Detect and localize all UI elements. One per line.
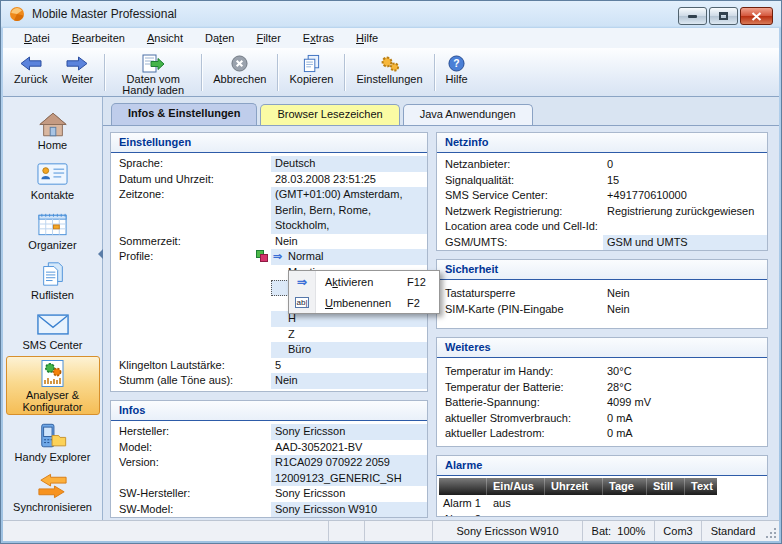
sidebar-item-analyser-konfigurator[interactable]: Analyser & Konfigurator bbox=[6, 356, 100, 415]
home-icon bbox=[38, 109, 68, 139]
toolbar-separator bbox=[104, 54, 105, 91]
weiteres-row: aktueller Ladestrom: 0 mA bbox=[437, 426, 767, 442]
netzinfo-row: SMS Service Center: +491770610000 bbox=[437, 188, 767, 204]
app-logo-icon bbox=[9, 6, 25, 22]
cancel-icon bbox=[231, 54, 248, 73]
context-menu-item-umbenennen[interactable]: Umbenennen F2 bbox=[289, 292, 439, 313]
sicherheit-panel-title: Sicherheit bbox=[437, 260, 767, 280]
resize-grip[interactable] bbox=[764, 521, 779, 541]
tab-infos-einstellungen[interactable]: Infos & Einstellungen bbox=[111, 103, 257, 125]
netzinfo-panel-title: Netzinfo bbox=[437, 133, 767, 153]
alarm-table-header: Ein/AusUhrzeitTageStillText bbox=[439, 478, 717, 495]
copy-button[interactable]: Kopieren bbox=[282, 50, 340, 95]
weiteres-panel-title: Weiteres bbox=[437, 338, 767, 358]
sidebar-item-kontakte[interactable]: Kontakte bbox=[6, 156, 100, 203]
alarm-column-header: Text bbox=[685, 478, 717, 495]
tab-browser-lesezeichen[interactable]: Browser Lesezeichen bbox=[260, 104, 399, 125]
phone-explorer-icon bbox=[38, 421, 68, 451]
einstellungen-panel-title: Einstellungen bbox=[111, 133, 427, 153]
menu-item[interactable]: Filter bbox=[245, 29, 291, 47]
menu-item[interactable]: Bearbeiten bbox=[61, 29, 136, 47]
menu-item[interactable]: Extras bbox=[292, 29, 345, 47]
settings-button[interactable]: Einstellungen bbox=[349, 50, 429, 95]
minimize-button[interactable] bbox=[678, 7, 707, 25]
cancel-button[interactable]: Abbrechen bbox=[206, 50, 273, 95]
tab-strip: Infos & Einstellungen Browser Lesezeiche… bbox=[103, 97, 779, 125]
menu-item[interactable]: Daten bbox=[194, 29, 245, 47]
active-profile-arrow-icon: ⇒ bbox=[273, 249, 282, 265]
settings-row: Tastaturton: aus bbox=[111, 389, 427, 393]
title-bar: Mobile Master Professional bbox=[3, 0, 779, 28]
netzinfo-row: GSM/UMTS: GSM und UMTS bbox=[437, 235, 767, 251]
status-profile: Standard bbox=[702, 521, 764, 541]
weiteres-row: Batterie-Spannung: 4099 mV bbox=[437, 395, 767, 411]
envelope-icon bbox=[37, 309, 69, 339]
info-row: Model: AAD-3052021-BV bbox=[111, 440, 427, 456]
weiteres-row: Temperatur der Batterie: 28°C bbox=[437, 380, 767, 396]
profile-context-menu: ⇒ Aktivieren F12 Umbenennen F2 bbox=[288, 270, 440, 314]
einstellungen-panel: Einstellungen Sprache: Deutsch Datum und… bbox=[110, 132, 428, 392]
alarm-column-header bbox=[439, 478, 487, 495]
netzinfo-panel: Netzinfo Netzanbieter: 0 Signalqualität:… bbox=[436, 132, 768, 251]
load-from-phone-button[interactable]: Daten vom Handy laden bbox=[109, 50, 197, 95]
gears-icon bbox=[379, 54, 401, 73]
sidebar-item-synchronisieren[interactable]: Synchronisieren bbox=[6, 468, 100, 515]
sidebar-item-ruflisten[interactable]: Ruflisten bbox=[6, 256, 100, 303]
load-data-icon bbox=[141, 54, 165, 73]
profile-row[interactable]: ⇒ Z ⇒ bbox=[271, 327, 427, 343]
info-row: Hersteller: Sony Ericsson bbox=[111, 424, 427, 440]
help-button[interactable]: ? Hilfe bbox=[439, 50, 475, 95]
forward-arrow-icon bbox=[66, 54, 88, 73]
settings-row: Klingelton Lautstärke: 5 bbox=[111, 358, 427, 374]
settings-row: Sommerzeit: Nein bbox=[111, 234, 427, 250]
analyser-icon bbox=[39, 359, 67, 389]
menu-item[interactable]: Datei bbox=[13, 29, 61, 47]
back-button[interactable]: Zurück bbox=[7, 50, 55, 95]
menu-item[interactable]: Hilfe bbox=[345, 29, 389, 47]
alarme-panel-title: Alarme bbox=[437, 456, 767, 476]
status-bar: Sony Ericsson W910 Bat: 100% Com3 Standa… bbox=[3, 520, 779, 541]
alarm-column-header: Ein/Aus bbox=[487, 478, 545, 495]
toolbar-separator bbox=[344, 54, 345, 91]
menu-item[interactable]: Ansicht bbox=[136, 29, 194, 47]
status-device: Sony Ericsson W910 bbox=[433, 521, 583, 541]
profile-row[interactable]: ⇒ Normal ⇒ bbox=[271, 249, 427, 265]
sicherheit-row: Tastatursperre Nein bbox=[437, 286, 767, 302]
info-row: SW-Model: Sony Ericsson W910 bbox=[111, 502, 427, 518]
netzinfo-row: Signalqualität: 15 bbox=[437, 173, 767, 189]
svg-text:?: ? bbox=[453, 58, 459, 69]
activate-icon: ⇒ bbox=[297, 275, 307, 289]
tab-page-infos-einstellungen: Einstellungen Sprache: Deutsch Datum und… bbox=[103, 125, 779, 520]
sidebar-item-handy-explorer[interactable]: Handy Explorer bbox=[6, 418, 100, 465]
netzinfo-row: Location area code und Cell-Id: bbox=[437, 219, 767, 235]
status-cell-empty bbox=[365, 521, 433, 541]
toolbar-separator bbox=[277, 54, 278, 91]
menu-bar: DateiBearbeitenAnsichtDatenFilterExtrasH… bbox=[3, 28, 779, 48]
close-icon bbox=[751, 12, 762, 21]
maximize-button[interactable] bbox=[709, 7, 738, 25]
profile-row[interactable]: ⇒ Büro ⇒ bbox=[271, 342, 427, 358]
status-port: Com3 bbox=[655, 521, 702, 541]
call-lists-icon bbox=[39, 259, 67, 289]
calendar-icon bbox=[37, 209, 68, 239]
netzinfo-row: Netzwerk Registrierung: Registrierung zu… bbox=[437, 204, 767, 220]
context-menu-item-aktivieren[interactable]: ⇒ Aktivieren F12 bbox=[289, 271, 439, 292]
alarm-row: Alarm 1 aus bbox=[437, 495, 767, 511]
sidebar-item-sms-center[interactable]: SMS Center bbox=[6, 306, 100, 353]
weiteres-row: aktueller Stromverbrauch: 0 mA bbox=[437, 411, 767, 427]
toolbar: Zurück Weiter Daten vom Handy laden Abbr… bbox=[3, 48, 779, 97]
sidebar-item-home[interactable]: Home bbox=[6, 106, 100, 153]
close-button[interactable] bbox=[740, 7, 773, 25]
info-row: SW-Hersteller: Sony Ericsson bbox=[111, 486, 427, 502]
sidebar-item-organizer[interactable]: Organizer bbox=[6, 206, 100, 253]
sidebar-collapse-handle[interactable] bbox=[98, 249, 103, 259]
rename-icon bbox=[295, 297, 310, 308]
copy-icon bbox=[302, 54, 321, 73]
window-title: Mobile Master Professional bbox=[32, 7, 177, 21]
settings-row: Sprache: Deutsch bbox=[111, 156, 427, 172]
profiles-icon bbox=[256, 250, 268, 264]
infos-panel-title: Infos bbox=[111, 401, 427, 421]
forward-button[interactable]: Weiter bbox=[55, 50, 101, 95]
help-icon: ? bbox=[448, 54, 465, 73]
tab-java-anwendungen[interactable]: Java Anwendungen bbox=[403, 104, 533, 125]
